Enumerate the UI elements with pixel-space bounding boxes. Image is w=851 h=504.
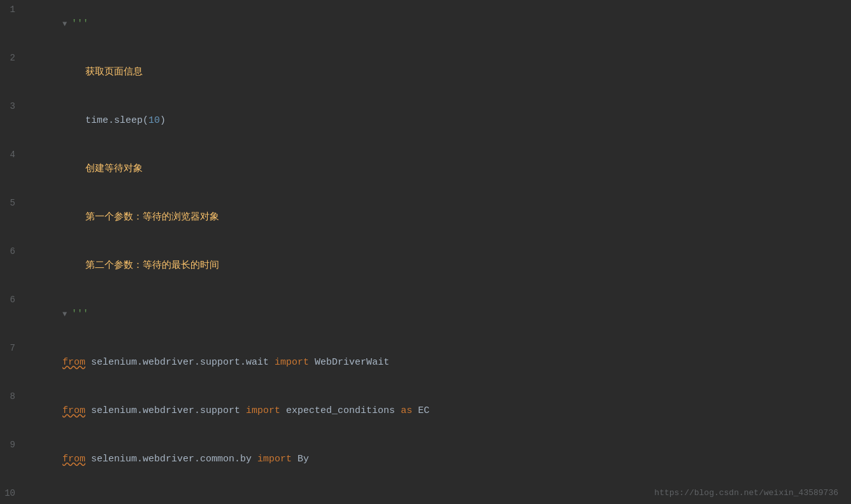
code-line: 7 from selenium.webdriver.support.wait i… bbox=[0, 339, 851, 387]
code-text: selenium.webdriver.support bbox=[85, 405, 246, 416]
code-editor: 1 ▼''' 2 获取页面信息 3 time.sleep(10) 4 创建等待对… bbox=[0, 0, 851, 504]
line-number: 9 bbox=[0, 437, 25, 452]
comment-text: 第一个参数：等待的浏览器对象 bbox=[62, 212, 219, 223]
line-number: 8 bbox=[0, 388, 25, 403]
code-line: 6 第二个参数：等待的最长的时间 bbox=[0, 242, 851, 290]
line-content: time.sleep(10) bbox=[25, 98, 851, 144]
line-content: ▼''' bbox=[25, 1, 851, 47]
code-line: 8 from selenium.webdriver.support import… bbox=[0, 387, 851, 435]
keyword-import: import bbox=[275, 357, 309, 368]
code-text: EC bbox=[412, 405, 429, 416]
code-text: By bbox=[292, 454, 309, 465]
line-number: 10 bbox=[0, 485, 25, 500]
line-number: 2 bbox=[0, 50, 25, 65]
code-text: WebDriverWait bbox=[309, 357, 389, 368]
fold-icon[interactable]: ▼ bbox=[62, 18, 70, 31]
line-number: 6 bbox=[0, 291, 25, 307]
keyword-as: as bbox=[401, 405, 412, 416]
url-text: https://blog.csdn.net/weixin_43589736 bbox=[654, 488, 838, 498]
docstring: ''' bbox=[71, 18, 89, 29]
comment-text: 获取页面信息 bbox=[62, 67, 143, 78]
code-line: 9 from selenium.webdriver.common.by impo… bbox=[0, 435, 851, 484]
line-content: 创建等待对象 bbox=[25, 146, 851, 192]
code-line: 1 ▼''' bbox=[0, 0, 851, 48]
line-content: 第一个参数：等待的浏览器对象 bbox=[25, 195, 851, 241]
code-line: 2 获取页面信息 bbox=[0, 48, 851, 97]
line-number: 3 bbox=[0, 98, 25, 113]
code-line: 4 创建等待对象 bbox=[0, 145, 851, 193]
line-content: ▼''' bbox=[25, 291, 851, 337]
line-number: 6 bbox=[0, 243, 25, 258]
line-content: 获取页面信息 bbox=[25, 50, 851, 95]
code-text: selenium.webdriver.common.by bbox=[85, 454, 257, 465]
code-text: expected_conditions bbox=[280, 405, 401, 416]
line-number: 4 bbox=[0, 146, 25, 162]
code-text: selenium.webdriver.support.wait bbox=[85, 357, 275, 368]
line-content: 第二个参数：等待的最长的时间 bbox=[25, 243, 851, 289]
keyword-from: from bbox=[62, 405, 85, 416]
keyword-from: from bbox=[62, 357, 85, 368]
line-number: 5 bbox=[0, 195, 25, 210]
docstring-close: ''' bbox=[71, 309, 89, 319]
code-text: time.sleep(10) bbox=[62, 115, 166, 126]
comment-text: 创建等待对象 bbox=[62, 164, 143, 174]
line-number: 1 bbox=[0, 1, 25, 17]
keyword-import: import bbox=[257, 454, 292, 465]
code-line: 5 第一个参数：等待的浏览器对象 bbox=[0, 193, 851, 242]
line-content: from selenium.webdriver.support import e… bbox=[25, 388, 851, 434]
code-line: 6 ▼''' bbox=[0, 290, 851, 339]
url-bar: https://blog.csdn.net/weixin_43589736 bbox=[654, 488, 838, 498]
keyword-from: from bbox=[62, 454, 85, 465]
keyword-import: import bbox=[246, 405, 280, 416]
comment-text: 第二个参数：等待的最长的时间 bbox=[62, 260, 219, 271]
line-content: from selenium.webdriver.support.wait imp… bbox=[25, 340, 851, 386]
line-content: from selenium.webdriver.common.by import… bbox=[25, 437, 851, 482]
code-line: 3 time.sleep(10) bbox=[0, 97, 851, 145]
fold-icon[interactable]: ▼ bbox=[62, 309, 70, 321]
line-number: 7 bbox=[0, 340, 25, 355]
